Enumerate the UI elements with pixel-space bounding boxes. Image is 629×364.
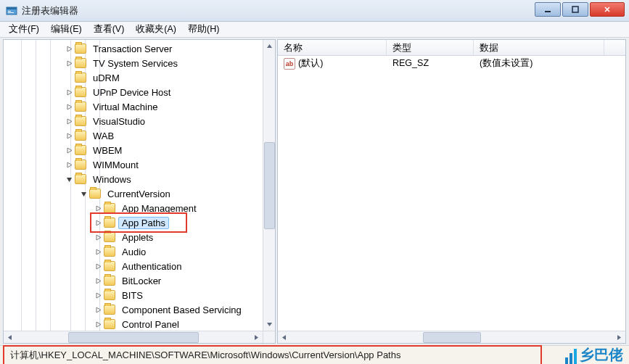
list-horizontal-scrollbar[interactable] [278,331,625,343]
svg-rect-4 [545,11,551,12]
titlebar: 注册表编辑器 [0,0,629,22]
tree-item[interactable]: Transaction Server [4,41,275,56]
tree-item[interactable]: Control Panel [4,317,275,331]
folder-icon [104,276,115,286]
list-body: ab(默认)REG_SZ(数值未设置) [278,56,625,343]
registry-tree: Transaction ServerTV System ServicesuDRM… [4,40,275,344]
scroll-left-button[interactable] [278,331,290,344]
expander-closed-icon[interactable] [65,102,73,111]
tree-vertical-scrollbar[interactable] [263,40,275,331]
tree-item[interactable]: Virtual Machine [4,99,275,114]
tree-item[interactable]: App Management [4,201,275,215]
maximize-button[interactable] [562,2,588,17]
col-data[interactable]: 数据 [474,40,604,55]
watermark: 乡巴佬 [565,345,623,364]
expander-closed-icon[interactable] [94,320,102,328]
folder-icon [75,44,86,54]
expander-closed-icon[interactable] [94,305,102,314]
window-title: 注册表编辑器 [22,4,78,17]
tree-item-label: WAB [89,130,118,142]
tree-item[interactable]: Authentication [4,259,275,273]
tree-horizontal-scrollbar[interactable] [4,331,263,343]
svg-rect-2 [8,11,11,12]
folder-icon [75,116,86,126]
scroll-thumb[interactable] [423,332,481,343]
status-path: 计算机\HKEY_LOCAL_MACHINE\SOFTWARE\Microsof… [3,345,542,365]
folder-icon [104,218,115,228]
expander-closed-icon[interactable] [94,291,102,299]
tree-item-label: UPnP Device Host [89,86,174,99]
tree-item[interactable]: UPnP Device Host [4,85,275,99]
list-row[interactable]: ab(默认)REG_SZ(数值未设置) [278,56,625,70]
cell-name: ab(默认) [278,57,387,70]
tree-item-label: App Management [118,202,200,215]
tree-item[interactable]: BitLocker [4,273,275,288]
scroll-track[interactable] [263,52,275,318]
expander-closed-icon[interactable] [65,117,73,125]
list-pane[interactable]: 名称 类型 数据 ab(默认)REG_SZ(数值未设置) [277,39,626,344]
scroll-left-button[interactable] [4,331,16,344]
expander-closed-icon[interactable] [65,131,73,140]
folder-icon [75,174,86,184]
expander-closed-icon[interactable] [94,233,102,241]
close-button[interactable] [590,2,625,17]
svg-rect-1 [7,7,17,9]
folder-icon [75,160,86,170]
menu-view[interactable]: 查看(V) [88,22,131,37]
tree-item[interactable]: VisualStudio [4,114,275,128]
expander-closed-icon[interactable] [94,218,102,227]
menu-help[interactable]: 帮助(H) [182,22,225,37]
tree-item[interactable]: Windows [4,172,275,186]
folder-icon [104,247,115,257]
tree-item-label: WIMMount [89,159,142,171]
expander-closed-icon[interactable] [65,59,73,67]
expander-open-icon[interactable] [65,175,73,183]
scroll-down-button[interactable] [263,318,276,331]
expander-closed-icon[interactable] [94,247,102,256]
scroll-track[interactable] [290,331,613,343]
col-type[interactable]: 类型 [387,40,474,55]
tree-item[interactable]: WBEM [4,143,275,157]
window-controls [535,2,625,17]
tree-item[interactable]: Applets [4,230,275,244]
statusbar: 计算机\HKEY_LOCAL_MACHINE\SOFTWARE\Microsof… [0,345,629,364]
svg-rect-3 [8,12,14,13]
scroll-thumb[interactable] [68,332,199,343]
folder-icon [104,261,115,271]
tree-item-label: VisualStudio [89,115,149,128]
tree-item[interactable]: TV System Services [4,56,275,70]
menu-file[interactable]: 文件(F) [3,22,45,37]
scroll-track[interactable] [16,331,250,343]
tree-item[interactable]: CurrentVersion [4,186,275,201]
col-name[interactable]: 名称 [278,40,387,55]
menu-favorites[interactable]: 收藏夹(A) [130,22,182,37]
folder-icon [104,203,115,213]
tree-item[interactable]: BITS [4,288,275,302]
expander-closed-icon[interactable] [65,88,73,96]
expander-closed-icon[interactable] [94,276,102,285]
expander-closed-icon[interactable] [65,160,73,169]
tree-item[interactable]: WIMMount [4,157,275,172]
scroll-thumb[interactable] [264,142,275,229]
minimize-button[interactable] [535,2,561,17]
expander-closed-icon[interactable] [65,146,73,154]
expander-closed-icon[interactable] [65,44,73,53]
tree-item-label: Component Based Servicing [118,304,245,316]
tree-pane[interactable]: Transaction ServerTV System ServicesuDRM… [3,39,276,344]
scroll-right-button[interactable] [613,331,625,344]
tree-item[interactable]: Audio [4,244,275,259]
watermark-logo-icon [565,349,577,364]
expander-open-icon[interactable] [79,189,88,198]
tree-item[interactable]: uDRM [4,70,275,85]
expander-closed-icon[interactable] [94,262,102,270]
menu-edit[interactable]: 编辑(E) [45,22,88,37]
tree-item[interactable]: WAB [4,128,275,143]
scroll-right-button[interactable] [250,331,263,344]
cell-data: (数值未设置) [474,57,604,70]
expander-closed-icon[interactable] [94,204,102,212]
tree-item[interactable]: App Paths [4,215,275,230]
scroll-up-button[interactable] [263,40,276,52]
tree-item[interactable]: Component Based Servicing [4,302,275,317]
tree-item-label: Virtual Machine [89,101,161,113]
folder-icon [75,131,86,141]
